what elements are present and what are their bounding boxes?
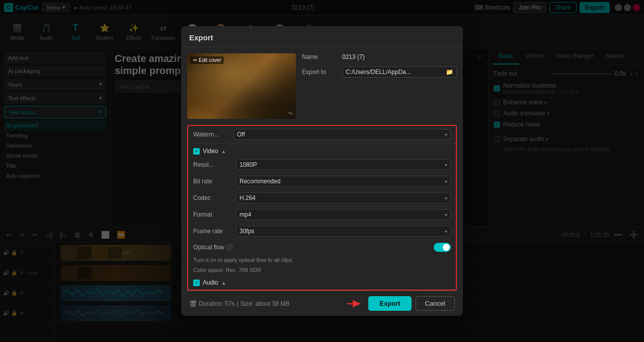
format-select[interactable]: mp4 ▾	[236, 209, 451, 220]
modal-preview-area: ✏ Edit cover *A	[187, 53, 296, 119]
audio-section-header: ✓ Audio ▲	[193, 275, 451, 288]
resolution-row: Resol... 1080P ▾	[193, 157, 451, 173]
audio-checkbox[interactable]: ✓	[193, 280, 200, 286]
codec-row: Codec H.264 ▾	[193, 190, 451, 207]
footer-actions: Export Cancel	[346, 296, 455, 311]
resolution-label: Resol...	[193, 161, 236, 168]
export-to-label: Export to	[302, 69, 342, 76]
settings-scroll-area[interactable]: ✓ Video ▲ Resol... 1080P ▾ Bit rate	[188, 144, 456, 290]
modal-body: ✏ Edit cover *A Name 0213 (7) Export to	[181, 47, 463, 125]
name-label: Name	[302, 53, 342, 60]
resolution-chevron-icon: ▾	[445, 162, 447, 168]
bitrate-select[interactable]: Recommended ▾	[236, 176, 451, 187]
framerate-select[interactable]: 30fps ▾	[236, 226, 451, 237]
optical-flow-row: Optical flow ?	[193, 240, 451, 255]
export-action-button[interactable]: Export	[368, 296, 411, 311]
modal-overlay: Export ✏ Edit cover *A	[0, 0, 644, 342]
modal-footer: 🎬 Duration: 57s | Size: about 58 MB	[181, 291, 463, 316]
name-value: 0213 (7)	[342, 53, 457, 60]
optical-flow-desc: Turn it on to apply optical flow to all …	[193, 255, 451, 265]
name-field-row: Name 0213 (7)	[302, 53, 457, 60]
optical-flow-toggle[interactable]	[434, 243, 451, 252]
watermark-row: Waterm... Off ▾	[188, 126, 456, 144]
color-space-label: Color space: Rec. 709 SDR	[193, 265, 451, 275]
codec-chevron-icon: ▾	[445, 195, 447, 201]
export-path-input[interactable]: C:/Users/DELL/AppDa... 📁	[342, 66, 457, 78]
format-row: Format mp4 ▾	[193, 207, 451, 223]
framerate-row: Frame rate 30fps ▾	[193, 223, 451, 240]
video-checkbox[interactable]: ✓	[193, 148, 200, 155]
modal-header: Export	[181, 26, 463, 47]
footer-duration: Duration: 57s	[199, 300, 234, 307]
footer-info: 🎬 Duration: 57s | Size: about 58 MB	[189, 300, 290, 307]
optical-flow-label: Optical flow ?	[193, 244, 434, 251]
framerate-label: Frame rate	[193, 228, 236, 235]
watermark-chevron-icon: ▾	[445, 132, 447, 138]
bitrate-row: Bit rate Recommended ▾	[193, 173, 451, 190]
format-chevron-icon: ▾	[445, 212, 447, 218]
folder-icon[interactable]: 📁	[446, 69, 453, 76]
codec-select[interactable]: H.264 ▾	[236, 192, 451, 203]
export-to-field-row: Export to C:/Users/DELL/AppDa... 📁	[302, 66, 457, 78]
export-modal: Export ✏ Edit cover *A	[181, 26, 463, 316]
info-icon: ?	[226, 244, 232, 250]
settings-section: Waterm... Off ▾ ✓ Video ▲ Resol...	[187, 125, 457, 291]
bitrate-label: Bit rate	[193, 178, 236, 185]
footer-size: Size: about 58 MB	[240, 300, 290, 307]
arrow-hint-icon	[346, 298, 364, 310]
preview-watermark-label: *A	[288, 111, 293, 116]
video-section-header: ✓ Video ▲	[193, 144, 451, 157]
resolution-select[interactable]: 1080P ▾	[236, 159, 451, 170]
edit-cover-button[interactable]: ✏ Edit cover	[190, 56, 224, 64]
format-label: Format	[193, 211, 236, 218]
framerate-chevron-icon: ▾	[445, 229, 447, 234]
watermark-label: Waterm...	[193, 131, 233, 138]
cancel-button[interactable]: Cancel	[416, 296, 455, 311]
watermark-select[interactable]: Off ▾	[233, 129, 451, 140]
bitrate-chevron-icon: ▾	[445, 179, 447, 184]
preview-thumbnail: ✏ Edit cover *A	[187, 53, 296, 119]
codec-label: Codec	[193, 194, 236, 201]
